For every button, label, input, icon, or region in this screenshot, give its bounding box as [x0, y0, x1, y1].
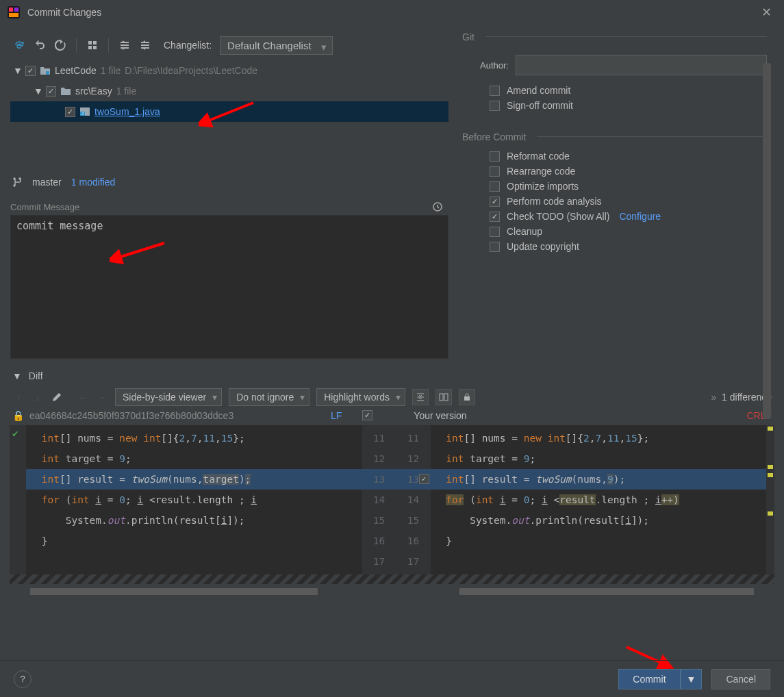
- diff-disclose-icon[interactable]: ▼: [12, 370, 22, 381]
- branch-icon: [13, 177, 23, 187]
- diff-toolbar: ↑ ↓ ← → Side-by-side viewer Do not ignor…: [0, 385, 784, 409]
- svg-rect-10: [440, 394, 443, 401]
- disclose-icon[interactable]: ▼: [34, 86, 42, 97]
- close-button[interactable]: ✕: [756, 2, 777, 23]
- commit-message-input[interactable]: [10, 215, 448, 359]
- author-input[interactable]: [516, 55, 767, 75]
- svg-rect-4: [93, 46, 97, 49]
- cancel-button[interactable]: Cancel: [711, 669, 770, 689]
- rearrange-label: Rearrange code: [507, 166, 575, 177]
- commit-toolbar: Changelist: Default Changelist: [10, 31, 448, 59]
- copyright-label: Update copyright: [507, 241, 579, 252]
- ignore-dropdown[interactable]: Do not ignore: [229, 388, 309, 406]
- diff-separator: [10, 574, 774, 584]
- right-scrollbar[interactable]: [763, 63, 771, 419]
- expand-icon[interactable]: [118, 39, 131, 51]
- copyright-checkbox[interactable]: [490, 242, 500, 252]
- before-commit-section-title: Before Commit: [462, 131, 767, 142]
- todo-configure-link[interactable]: Configure: [619, 211, 661, 222]
- rearrange-checkbox[interactable]: [490, 166, 500, 177]
- changelist-label: Changelist:: [164, 40, 212, 51]
- reformat-checkbox[interactable]: [490, 151, 500, 162]
- undo-icon[interactable]: [34, 39, 46, 51]
- tree-root-count: 1 file: [101, 65, 121, 76]
- collapse-icon[interactable]: [139, 39, 151, 51]
- author-label: Author:: [480, 60, 509, 71]
- next-diff-icon[interactable]: ↓: [31, 391, 44, 403]
- tree-root-path: D:\Files\IdeaProjects\LeetCode: [125, 65, 257, 76]
- svg-rect-11: [444, 394, 448, 401]
- tree-checkbox[interactable]: [65, 107, 75, 117]
- edit-icon[interactable]: [51, 391, 63, 403]
- svg-rect-12: [464, 396, 470, 401]
- left-code[interactable]: int[] nums = new int[]{2,7,11,15}; int t…: [26, 425, 362, 574]
- titlebar: Commit Changes ✕: [0, 0, 784, 25]
- signoff-label: Sign-off commit: [507, 100, 573, 111]
- commit-button[interactable]: Commit: [618, 669, 680, 689]
- app-logo-icon: [7, 5, 21, 19]
- help-button[interactable]: ?: [14, 670, 31, 688]
- readonly-icon: 🔒: [12, 410, 24, 421]
- folder-icon: [60, 86, 71, 97]
- analysis-label: Perform code analysis: [507, 196, 602, 207]
- branch-name: master: [32, 177, 62, 188]
- tree-file-row[interactable]: J twoSum_1.java: [10, 101, 448, 122]
- diff-file-checkbox[interactable]: [362, 410, 372, 420]
- diff-hscroll[interactable]: [10, 587, 774, 596]
- tree-folder-count: 1 file: [116, 86, 137, 97]
- back-icon[interactable]: ←: [77, 391, 89, 403]
- tree-root-row[interactable]: ▼ LeetCode 1 file D:\Files\IdeaProjects\…: [10, 60, 448, 81]
- signoff-checkbox[interactable]: [490, 101, 500, 111]
- svg-rect-1: [88, 41, 92, 45]
- right-minimap[interactable]: [766, 425, 774, 574]
- branch-status[interactable]: 1 modified: [71, 177, 116, 188]
- right-code[interactable]: int[] nums = new int[]{2,7,11,15}; int t…: [431, 425, 767, 574]
- viewer-mode-dropdown[interactable]: Side-by-side viewer: [115, 388, 222, 406]
- left-encoding: LF: [331, 410, 342, 421]
- amend-label: Amend commit: [507, 85, 570, 96]
- svg-rect-5: [46, 71, 49, 75]
- diff-filebar: 🔒 ea046684c245b5f0f9370d1f3e766b80d03ddc…: [0, 409, 784, 422]
- branch-bar: master 1 modified: [10, 175, 448, 189]
- optimize-label: Optimize imports: [507, 181, 579, 192]
- prev-diff-icon[interactable]: ↑: [12, 391, 25, 403]
- highlight-dropdown[interactable]: Highlight words: [316, 388, 405, 406]
- history-icon[interactable]: [432, 201, 443, 212]
- changelist-dropdown[interactable]: Default Changelist: [220, 36, 333, 55]
- line-checkbox[interactable]: [419, 474, 429, 484]
- amend-checkbox[interactable]: [490, 86, 500, 96]
- diff-label: Diff: [29, 370, 43, 381]
- tree-folder-name: src\Easy: [75, 86, 112, 97]
- svg-text:J: J: [81, 112, 84, 116]
- group-icon[interactable]: [86, 39, 99, 51]
- tree-checkbox[interactable]: [46, 86, 56, 97]
- tree-file-name: twoSum_1.java: [94, 106, 160, 117]
- collapse-unchanged-icon[interactable]: [412, 389, 429, 405]
- refresh-icon[interactable]: [13, 39, 25, 51]
- code-diff-view: ✔ int[] nums = new int[]{2,7,11,15}; int…: [10, 425, 774, 574]
- analysis-checkbox[interactable]: [490, 197, 500, 207]
- left-revision-hash: ea046684c245b5f0f9370d1f3e766b80d03ddce3: [29, 410, 331, 421]
- tree-folder-row[interactable]: ▼ src\Easy 1 file: [10, 81, 448, 101]
- disclose-icon[interactable]: ▼: [13, 65, 21, 76]
- optimize-checkbox[interactable]: [490, 181, 500, 192]
- cleanup-label: Cleanup: [507, 226, 542, 237]
- todo-label: Check TODO (Show All): [507, 211, 609, 222]
- changes-tree: ▼ LeetCode 1 file D:\Files\IdeaProjects\…: [10, 60, 448, 170]
- commit-message-label: Commit Message: [10, 201, 448, 212]
- commit-dropdown-button[interactable]: ▼: [681, 669, 703, 689]
- tree-checkbox[interactable]: [25, 66, 36, 76]
- svg-rect-2: [93, 41, 97, 45]
- todo-checkbox[interactable]: [490, 212, 500, 222]
- reload-icon[interactable]: [54, 39, 66, 51]
- dialog-footer: ? Commit ▼ Cancel: [0, 660, 784, 697]
- git-section-title: Git: [462, 31, 767, 42]
- cleanup-checkbox[interactable]: [490, 227, 500, 237]
- reformat-label: Reformat code: [507, 151, 570, 162]
- changelist-value: Default Changelist: [227, 40, 312, 51]
- sync-scroll-icon[interactable]: [435, 389, 452, 405]
- svg-rect-3: [88, 46, 92, 49]
- forward-icon[interactable]: →: [96, 391, 108, 403]
- lock-icon[interactable]: [459, 389, 475, 405]
- java-file-icon: J: [79, 106, 90, 117]
